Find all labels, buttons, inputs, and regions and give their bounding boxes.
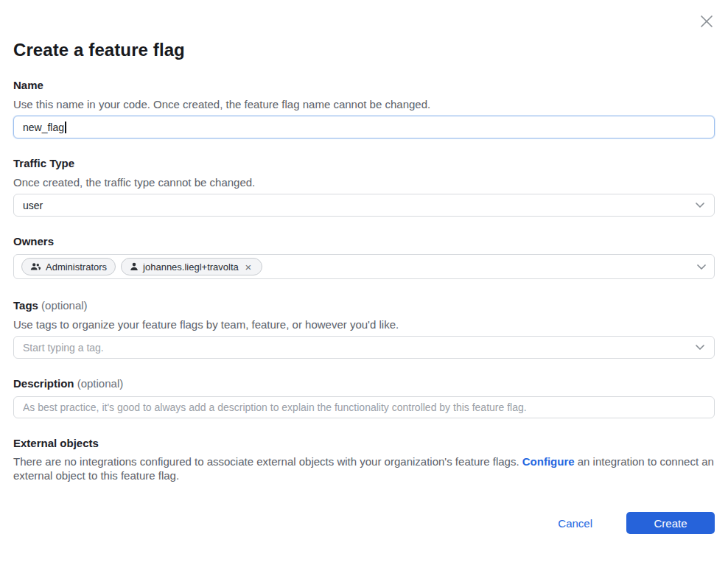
description-label: Description (optional) xyxy=(13,377,715,390)
description-label-text: Description xyxy=(13,377,74,390)
description-optional-text: (optional) xyxy=(77,377,124,390)
tags-optional-text: (optional) xyxy=(41,299,88,312)
owner-chip-administrators[interactable]: Administrators xyxy=(21,258,116,275)
create-button[interactable]: Create xyxy=(626,512,715,534)
page-title: Create a feature flag xyxy=(13,0,715,60)
tags-help-text: Use tags to organize your feature flags … xyxy=(13,317,715,331)
traffic-type-help-text: Once created, the traffic type cannot be… xyxy=(13,175,715,189)
owner-chip-label: johannes.liegl+travolta xyxy=(143,261,239,273)
field-name: Name Use this name in your code. Once cr… xyxy=(13,79,715,138)
owners-chips: Administrators johannes.liegl+travolta × xyxy=(21,258,696,275)
configure-link[interactable]: Configure xyxy=(522,455,575,468)
field-description: Description (optional) xyxy=(13,377,715,418)
name-label: Name xyxy=(13,79,715,92)
tags-input[interactable] xyxy=(23,337,695,358)
tags-label: Tags (optional) xyxy=(13,299,715,312)
owners-select[interactable]: Administrators johannes.liegl+travolta × xyxy=(13,254,715,279)
external-objects-text-before: There are no integrations configured to … xyxy=(13,455,522,468)
external-objects-text: There are no integrations configured to … xyxy=(13,455,715,482)
owner-chip-user[interactable]: johannes.liegl+travolta × xyxy=(121,258,262,275)
external-objects-label: External objects xyxy=(13,437,715,450)
traffic-type-select[interactable]: user xyxy=(13,194,715,217)
traffic-type-label: Traffic Type xyxy=(13,157,715,170)
group-icon xyxy=(30,262,41,271)
owners-label: Owners xyxy=(13,235,715,248)
field-traffic-type: Traffic Type Once created, the traffic t… xyxy=(13,157,715,217)
tags-label-text: Tags xyxy=(13,299,38,312)
name-input[interactable]: new_flag xyxy=(13,116,715,138)
traffic-type-value: user xyxy=(23,200,43,211)
remove-owner-icon[interactable]: × xyxy=(243,261,253,272)
person-icon xyxy=(130,262,139,271)
chevron-down-icon xyxy=(695,344,705,351)
field-tags: Tags (optional) Use tags to organize you… xyxy=(13,299,715,359)
tags-input-wrap xyxy=(13,336,715,359)
owner-chip-label: Administrators xyxy=(46,261,107,273)
name-input-value: new_flag xyxy=(23,122,64,133)
cancel-button[interactable]: Cancel xyxy=(558,517,592,530)
name-help-text: Use this name in your code. Once created… xyxy=(13,97,715,111)
field-external-objects: External objects There are no integratio… xyxy=(13,437,715,482)
field-owners: Owners Administrators xyxy=(13,235,715,279)
create-feature-flag-dialog: Create a feature flag Name Use this name… xyxy=(0,0,728,562)
dialog-footer: Cancel Create xyxy=(13,512,715,561)
text-caret xyxy=(65,122,66,133)
close-button[interactable] xyxy=(697,12,716,31)
close-icon xyxy=(699,13,715,29)
chevron-down-icon xyxy=(696,264,707,270)
description-input-wrap xyxy=(13,396,715,418)
chevron-down-icon xyxy=(695,202,705,208)
description-input[interactable] xyxy=(23,397,705,418)
